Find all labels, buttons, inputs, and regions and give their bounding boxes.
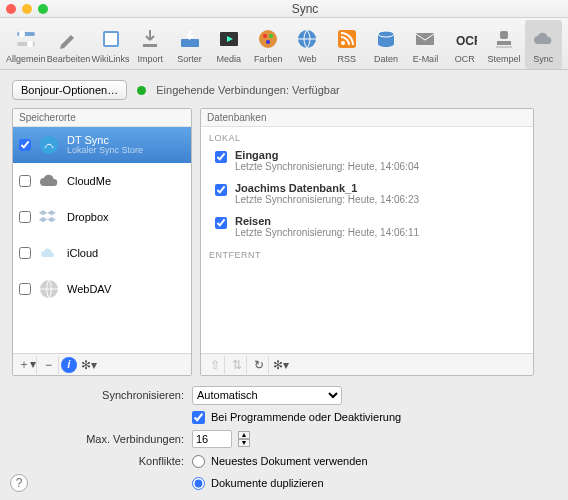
toolbar-ocr[interactable]: OCROCR — [446, 20, 483, 69]
max-connections-stepper[interactable]: ▲▼ — [238, 431, 250, 447]
close-window-button[interactable] — [6, 4, 16, 14]
wikilinks-icon — [98, 26, 124, 52]
sync-on-quit-label: Bei Programmende oder Deaktivierung — [211, 411, 401, 423]
stempel-icon — [491, 26, 517, 52]
location-checkbox[interactable] — [19, 211, 31, 223]
toolbar-email[interactable]: E-Mail — [407, 20, 444, 69]
toolbar-daten[interactable]: Daten — [367, 20, 404, 69]
db-section-local: LOKAL — [201, 127, 533, 145]
sync-schedule-label: Synchronisieren: — [12, 389, 192, 401]
toolbar-allgemein[interactable]: Allgemein — [6, 20, 46, 69]
sync-on-quit-checkbox[interactable] — [192, 411, 205, 424]
ocr-icon: OCR — [452, 26, 478, 52]
svg-text:OCR: OCR — [456, 34, 477, 48]
database-action-menu[interactable]: ✻▾ — [271, 356, 291, 374]
toolbar-media[interactable]: Media — [210, 20, 247, 69]
location-row[interactable]: WebDAV — [13, 271, 191, 307]
conflicts-label: Konflikte: — [12, 455, 192, 467]
email-icon — [412, 26, 438, 52]
svg-point-11 — [263, 34, 267, 38]
toolbar-label: E-Mail — [413, 54, 439, 64]
max-connections-input[interactable] — [192, 430, 232, 448]
svg-rect-23 — [496, 46, 512, 48]
location-action-menu[interactable]: ✻▾ — [79, 356, 99, 374]
toolbar-label: Allgemein — [6, 54, 46, 64]
location-checkbox[interactable] — [19, 283, 31, 295]
bonjour-options-button[interactable]: Bonjour-Optionen… — [12, 80, 127, 100]
toolbar-farben[interactable]: Farben — [249, 20, 286, 69]
rss-icon — [334, 26, 360, 52]
toolbar-label: Stempel — [488, 54, 521, 64]
database-name: Joachims Datenbank_1 — [235, 182, 419, 194]
toolbar-label: Web — [298, 54, 316, 64]
svg-point-16 — [341, 41, 345, 45]
svg-point-12 — [269, 34, 273, 38]
database-row[interactable]: ReisenLetzte Synchronisierung: Heute, 14… — [201, 211, 533, 244]
bearbeiten-icon — [56, 26, 82, 52]
svg-point-24 — [40, 136, 58, 154]
database-name: Eingang — [235, 149, 419, 161]
import-icon — [137, 26, 163, 52]
sorter-icon — [177, 26, 203, 52]
database-checkbox[interactable] — [215, 151, 227, 163]
toolbar-bearbeiten[interactable]: Bearbeiten — [48, 20, 90, 69]
share-button[interactable]: ⇧ — [205, 356, 225, 374]
location-name: CloudMe — [67, 175, 111, 187]
location-checkbox[interactable] — [19, 139, 31, 151]
daten-icon — [373, 26, 399, 52]
media-icon — [216, 26, 242, 52]
location-row[interactable]: Dropbox — [13, 199, 191, 235]
toolbar-label: Sync — [533, 54, 553, 64]
status-indicator-icon — [137, 86, 146, 95]
database-row[interactable]: EingangLetzte Synchronisierung: Heute, 1… — [201, 145, 533, 178]
conflict-duplicate-radio[interactable] — [192, 477, 205, 490]
toolbar-label: OCR — [455, 54, 475, 64]
cloud-icon — [37, 169, 61, 193]
minimize-window-button[interactable] — [22, 4, 32, 14]
location-checkbox[interactable] — [19, 175, 31, 187]
toolbar-import[interactable]: Import — [132, 20, 169, 69]
remove-location-button[interactable]: − — [39, 356, 59, 374]
max-connections-label: Max. Verbindungen: — [12, 433, 192, 445]
locations-header: Speicherorte — [13, 109, 191, 127]
location-row[interactable]: iCloud — [13, 235, 191, 271]
web-icon — [294, 26, 320, 52]
toolbar-rss[interactable]: RSS — [328, 20, 365, 69]
sync-icon — [530, 26, 556, 52]
titlebar: Sync — [0, 0, 568, 18]
sort-button[interactable]: ⇅ — [227, 356, 247, 374]
svg-rect-21 — [500, 31, 508, 39]
svg-rect-19 — [416, 33, 434, 45]
sync-schedule-select[interactable]: Automatisch — [192, 386, 342, 405]
databases-header: Datenbanken — [201, 109, 533, 127]
svg-rect-22 — [497, 41, 511, 45]
location-name: WebDAV — [67, 283, 111, 295]
toolbar-web[interactable]: Web — [289, 20, 326, 69]
add-location-button[interactable]: ＋▾ — [17, 356, 37, 374]
allgemein-icon — [13, 26, 39, 52]
toolbar-sync[interactable]: Sync — [525, 20, 562, 69]
toolbar-wikilinks[interactable]: WikiLinks — [92, 20, 130, 69]
location-name: Dropbox — [67, 211, 109, 223]
database-checkbox[interactable] — [215, 184, 227, 196]
database-row[interactable]: Joachims Datenbank_1Letzte Synchronisier… — [201, 178, 533, 211]
toolbar-label: Farben — [254, 54, 283, 64]
databases-footer: ⇧ ⇅ ↻ ✻▾ — [201, 353, 533, 375]
info-button[interactable]: i — [61, 357, 77, 373]
db-section-remote: ENTFERNT — [201, 244, 533, 262]
zoom-window-button[interactable] — [38, 4, 48, 14]
database-sync-status: Letzte Synchronisierung: Heute, 14:06:11 — [235, 227, 419, 238]
location-checkbox[interactable] — [19, 247, 31, 259]
toolbar-sorter[interactable]: Sorter — [171, 20, 208, 69]
database-checkbox[interactable] — [215, 217, 227, 229]
toolbar-stempel[interactable]: Stempel — [485, 20, 522, 69]
refresh-button[interactable]: ↻ — [249, 356, 269, 374]
location-row[interactable]: CloudMe — [13, 163, 191, 199]
webdav-icon — [37, 277, 61, 301]
help-button[interactable]: ? — [10, 474, 28, 492]
conflict-newest-radio[interactable] — [192, 455, 205, 468]
toolbar-label: Import — [137, 54, 163, 64]
location-row[interactable]: DT SyncLokaler Sync Store — [13, 127, 191, 163]
drive-icon — [37, 133, 61, 157]
status-text: Eingehende Verbindungen: Verfügbar — [156, 84, 340, 96]
